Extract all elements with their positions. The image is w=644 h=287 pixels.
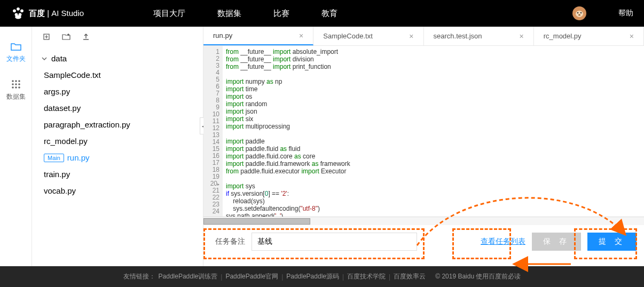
svg-point-0 xyxy=(13,9,16,12)
upload-icon[interactable] xyxy=(82,33,90,42)
svg-point-16 xyxy=(18,83,20,85)
monkey-avatar-icon xyxy=(573,7,586,20)
grid-icon xyxy=(11,79,21,89)
footer-label: 友情链接： xyxy=(123,272,155,281)
file-item[interactable]: dataset.py xyxy=(42,100,198,116)
view-task-list-link[interactable]: 查看任务列表 xyxy=(481,237,525,246)
editor-tabs: run.py× SampleCode.txt× search.test.json… xyxy=(203,27,644,46)
footer-copyright: © 2019 Baidu 使用百度前必读 xyxy=(435,272,521,281)
sidebar-item-datasets[interactable]: 数据集 xyxy=(6,79,26,101)
footer-link[interactable]: PaddlePaddle训练营 xyxy=(159,272,218,281)
footer-link[interactable]: 百度效率云 xyxy=(394,272,426,281)
nav-education[interactable]: 教育 xyxy=(321,9,337,19)
svg-point-5 xyxy=(15,15,21,19)
save-button[interactable]: 保 存 xyxy=(532,233,581,251)
footer: 友情链接： PaddlePaddle训练营| PaddlePaddle官网| P… xyxy=(0,266,644,287)
tab-searchjson[interactable]: search.test.json× xyxy=(424,27,534,45)
close-icon[interactable]: × xyxy=(630,32,634,41)
file-item-active[interactable]: Main run.py xyxy=(42,149,198,166)
nav-datasets[interactable]: 数据集 xyxy=(217,9,241,19)
file-item[interactable]: args.py xyxy=(42,83,198,100)
tab-runpy[interactable]: run.py× xyxy=(203,27,313,45)
footer-link[interactable]: 百度技术学院 xyxy=(347,272,386,281)
baidu-paw-icon xyxy=(11,6,26,21)
file-item[interactable]: vocab.py xyxy=(42,182,198,199)
footer-link[interactable]: PaddlePaddle源码 xyxy=(286,272,339,281)
svg-point-2 xyxy=(20,9,23,12)
nav-competition[interactable]: 比赛 xyxy=(273,9,289,19)
code-editor[interactable]: 1234567891011121314151617181920▸21222324… xyxy=(203,46,644,217)
horizontal-scrollbar[interactable] xyxy=(203,217,644,225)
code-content[interactable]: from __future__ import absolute_import f… xyxy=(223,46,644,217)
svg-point-12 xyxy=(15,80,17,82)
task-note-input[interactable] xyxy=(252,233,417,251)
file-tree: data SampleCode.txt args.py dataset.py p… xyxy=(32,48,203,199)
svg-point-1 xyxy=(17,7,20,11)
folder-data[interactable]: data xyxy=(42,50,198,67)
left-sidebar: 文件夹 数据集 xyxy=(0,27,32,266)
top-nav: 百度 | AI Studio 项目大厅 数据集 比赛 教育 帮助 xyxy=(0,0,644,27)
svg-point-17 xyxy=(12,86,14,89)
tab-rcmodel[interactable]: rc_model.py× xyxy=(534,27,644,45)
svg-point-10 xyxy=(578,14,580,15)
task-bar: 任务备注 查看任务列表 保 存 提 交 xyxy=(203,225,644,258)
new-folder-icon[interactable] xyxy=(62,33,70,42)
svg-point-8 xyxy=(577,12,579,14)
svg-point-11 xyxy=(12,80,14,82)
close-icon[interactable]: × xyxy=(299,31,303,40)
close-icon[interactable]: × xyxy=(520,32,524,41)
help-link[interactable]: 帮助 xyxy=(618,9,633,18)
submit-button[interactable]: 提 交 xyxy=(587,233,637,251)
svg-point-14 xyxy=(12,83,14,85)
logo[interactable]: 百度 | AI Studio xyxy=(11,6,84,21)
nav-projects[interactable]: 项目大厅 xyxy=(153,9,185,19)
svg-point-9 xyxy=(580,12,582,14)
file-item[interactable]: paragraph_extraction.py xyxy=(42,116,198,133)
footer-link[interactable]: PaddlePaddle官网 xyxy=(225,272,278,281)
chevron-down-icon xyxy=(42,56,47,61)
tab-samplecode[interactable]: SampleCode.txt× xyxy=(313,27,423,45)
file-toolbar xyxy=(32,27,203,48)
task-label: 任务备注 xyxy=(215,237,245,246)
file-item[interactable]: SampleCode.txt xyxy=(42,67,198,83)
folder-icon xyxy=(11,43,21,51)
new-file-icon[interactable] xyxy=(43,33,50,42)
svg-point-13 xyxy=(18,80,20,82)
svg-point-15 xyxy=(15,83,17,85)
editor-area: ◄ run.py× SampleCode.txt× search.test.js… xyxy=(203,27,644,266)
main-area: 文件夹 数据集 data SampleCode.txt args.py data… xyxy=(0,27,644,266)
nav-links: 项目大厅 数据集 比赛 教育 xyxy=(153,9,337,19)
sidebar-item-files[interactable]: 文件夹 xyxy=(6,43,26,63)
main-badge: Main xyxy=(44,154,64,162)
file-panel: data SampleCode.txt args.py dataset.py p… xyxy=(32,27,203,266)
close-icon[interactable]: × xyxy=(409,32,413,41)
svg-point-19 xyxy=(18,86,20,89)
svg-point-7 xyxy=(576,11,583,17)
svg-point-18 xyxy=(15,86,17,89)
file-item[interactable]: train.py xyxy=(42,166,198,182)
file-item[interactable]: rc_model.py xyxy=(42,133,198,149)
avatar[interactable] xyxy=(572,6,586,20)
line-gutter: 1234567891011121314151617181920▸21222324 xyxy=(203,46,223,217)
